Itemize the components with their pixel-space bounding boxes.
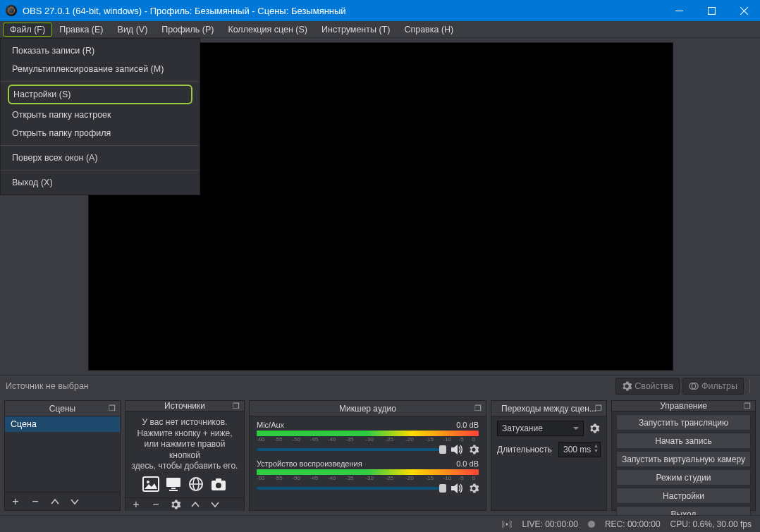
menuitem-remux[interactable]: Ремультиплексирование записей (M)	[1, 60, 200, 78]
sources-header: Источники ❐	[125, 401, 244, 412]
level-meter	[257, 469, 479, 475]
window-titlebar: OBS 27.0.1 (64-bit, windows) - Профиль: …	[0, 0, 760, 21]
svg-rect-10	[169, 490, 178, 491]
transition-settings-button[interactable]	[588, 422, 601, 435]
svg-rect-1	[708, 7, 715, 14]
source-settings-button[interactable]	[169, 498, 182, 511]
channel-name: Mic/Aux	[257, 421, 284, 429]
menuitem-show-recordings[interactable]: Показать записи (R)	[1, 42, 200, 60]
svg-point-7	[147, 481, 149, 483]
menu-profile[interactable]: Профиль (P)	[154, 23, 221, 37]
dock-popout-icon[interactable]: ❐	[474, 404, 482, 413]
filters-button[interactable]: Фильтры	[682, 378, 744, 395]
channel-level: 0.0 dB	[456, 459, 479, 468]
camera-icon	[210, 476, 227, 492]
close-button[interactable]	[728, 0, 760, 21]
sources-empty[interactable]: У вас нет источников. Нажмите кнопку + н…	[125, 412, 244, 497]
scene-up-button[interactable]	[49, 495, 61, 508]
svg-point-17	[506, 523, 509, 526]
filters-icon	[689, 381, 699, 391]
svg-rect-15	[216, 478, 221, 481]
audio-channel-desktop: Устройство воспроизведения 0.0 dB -60 -5…	[257, 459, 479, 494]
svg-rect-8	[166, 478, 180, 487]
transitions-header: Переходы между сцен... ❐	[491, 401, 606, 416]
transitions-dock: Переходы между сцен... ❐ Затухание Длите…	[491, 400, 607, 511]
gear-icon	[622, 381, 632, 391]
sources-empty-text: здесь, чтобы добавить его.	[132, 461, 238, 472]
source-down-button[interactable]	[209, 498, 221, 511]
display-icon	[165, 476, 182, 492]
dock-popout-icon[interactable]: ❐	[109, 404, 116, 413]
start-streaming-button[interactable]: Запустить трансляцию	[616, 414, 751, 431]
volume-slider[interactable]	[257, 487, 446, 490]
no-source-label: Источник не выбран	[6, 381, 89, 391]
sources-title: Источники	[164, 401, 205, 411]
rec-status: REC: 00:00:00	[605, 519, 661, 529]
sources-footer: + −	[125, 497, 244, 511]
mixer-title: Микшер аудио	[339, 404, 396, 414]
menu-view[interactable]: Вид (V)	[111, 23, 155, 37]
toolbar-separator	[749, 379, 750, 393]
meter-ticks: -60 -55 -50 -45 -40 -35 -30 -25 -20 -15 …	[257, 475, 479, 481]
menubar: Файл (F) Правка (E) Вид (V) Профиль (P) …	[0, 21, 760, 38]
remove-scene-button[interactable]: −	[29, 495, 42, 508]
menuitem-open-profile-folder[interactable]: Открыть папку профиля	[1, 124, 200, 142]
volume-slider[interactable]	[257, 448, 446, 451]
broadcast-icon	[502, 519, 512, 529]
minimize-button[interactable]	[663, 0, 695, 21]
menu-scene-collection[interactable]: Коллекция сцен (S)	[221, 23, 314, 37]
menu-tools[interactable]: Инструменты (T)	[314, 23, 397, 37]
speaker-icon[interactable]	[451, 444, 465, 455]
transitions-title: Переходы между сцен...	[501, 404, 596, 414]
transition-select[interactable]: Затухание	[497, 421, 584, 436]
channel-level: 0.0 dB	[456, 421, 479, 429]
window-title: OBS 27.0.1 (64-bit, windows) - Профиль: …	[23, 6, 663, 16]
controls-title: Управление	[660, 401, 707, 411]
gear-icon[interactable]	[469, 445, 479, 454]
duration-label: Длительность	[497, 445, 554, 454]
statusbar: LIVE: 00:00:00 REC: 00:00:00 CPU: 0.6%, …	[0, 515, 760, 532]
menuitem-always-on-top[interactable]: Поверх всех окон (A)	[1, 149, 200, 167]
menu-edit[interactable]: Правка (E)	[52, 23, 110, 37]
properties-button[interactable]: Свойства	[615, 378, 680, 395]
duration-spinner[interactable]: 300 ms ▲▼	[558, 442, 601, 457]
filters-label: Фильтры	[701, 381, 737, 391]
menuitem-exit[interactable]: Выход (X)	[1, 173, 200, 192]
source-toolbar: Источник не выбран Свойства Фильтры	[0, 375, 760, 396]
scene-item[interactable]: Сцена	[5, 416, 120, 432]
dock-popout-icon[interactable]: ❐	[595, 404, 602, 413]
settings-button[interactable]: Настройки	[616, 488, 751, 504]
audio-channel-mic: Mic/Aux 0.0 dB -60 -55 -50 -45 -40 -35 -…	[257, 421, 479, 455]
sources-empty-text: или нажмите правой кнопкой	[131, 439, 238, 461]
speaker-icon[interactable]	[451, 483, 465, 494]
controls-dock: Управление ❐ Запустить трансляцию Начать…	[611, 400, 756, 511]
gear-icon[interactable]	[469, 483, 479, 493]
source-up-button[interactable]	[189, 498, 202, 511]
scenes-title: Сцены	[49, 404, 75, 414]
menu-separator	[1, 145, 200, 146]
rec-dot-icon	[588, 521, 595, 528]
svg-point-16	[216, 483, 221, 488]
add-source-button[interactable]: +	[130, 498, 142, 511]
live-status: LIVE: 00:00:00	[522, 519, 577, 529]
menuitem-open-settings-folder[interactable]: Открыть папку настроек	[1, 106, 200, 124]
maximize-button[interactable]	[695, 0, 728, 21]
start-recording-button[interactable]: Начать запись	[616, 433, 751, 449]
studio-mode-button[interactable]: Режим студии	[616, 469, 751, 485]
menu-file[interactable]: Файл (F)	[3, 23, 52, 37]
obs-logo-icon	[6, 5, 17, 16]
add-scene-button[interactable]: +	[9, 495, 22, 508]
scenes-list[interactable]: Сцена	[5, 416, 120, 492]
scenes-dock: Сцены ❐ Сцена + −	[4, 400, 121, 511]
menuitem-settings[interactable]: Настройки (S)	[8, 85, 192, 104]
start-virtual-camera-button[interactable]: Запустить виртуальную камеру	[616, 451, 751, 467]
controls-header: Управление ❐	[612, 401, 755, 412]
mixer-header: Микшер аудио ❐	[250, 401, 486, 416]
svg-rect-9	[171, 488, 176, 489]
remove-source-button[interactable]: −	[149, 498, 162, 511]
menu-help[interactable]: Справка (H)	[397, 23, 460, 37]
dock-popout-icon[interactable]: ❐	[233, 402, 240, 411]
file-menu-dropdown: Показать записи (R) Ремультиплексировани…	[0, 38, 200, 195]
dock-popout-icon[interactable]: ❐	[744, 402, 751, 411]
scene-down-button[interactable]	[68, 495, 81, 508]
